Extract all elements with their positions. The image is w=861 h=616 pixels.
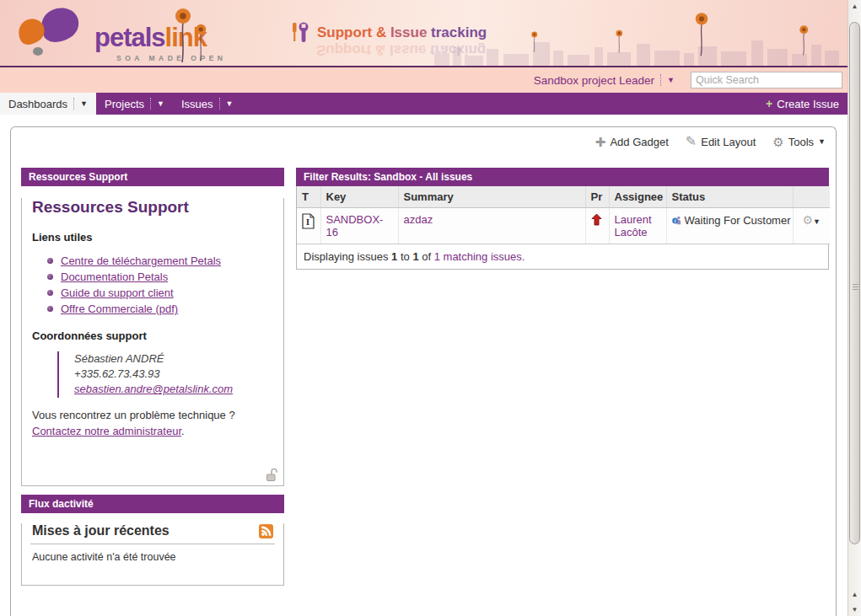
petals-logo-icon [12,4,93,60]
issue-assignee-cell: Laurent Lacôte [609,208,666,244]
issue-status-cell: i Waiting For Customer [666,208,793,244]
issues-table: T Key Summary Pr Assignee Status [297,186,830,244]
chevron-down-icon[interactable]: ▼ [226,100,234,108]
contact-email-link[interactable]: sebastien.andre@petalslink.com [74,383,233,395]
column-header-priority[interactable]: Pr [585,186,609,208]
filter-table-wrap: T Key Summary Pr Assignee Status [296,186,829,270]
bullet-icon [47,274,53,280]
issue-type-letter: I [306,217,309,227]
plus-icon: + [766,98,772,110]
priority-major-icon [591,213,602,226]
problem-text: Vous rencontrez un problème technique ? [32,409,273,421]
scrollbar-grip [853,282,858,290]
gadget-body: Mises à jour récentes Aucune activité n'… [21,523,284,586]
table-header-row: T Key Summary Pr Assignee Status [297,186,830,208]
chevron-down-icon: ▼ [813,217,821,226]
create-issue-button[interactable]: + Create Issue [757,93,848,115]
assignee-link[interactable]: Laurent Lacôte [615,213,652,238]
tools-label: Tools [788,136,814,148]
liens-utiles-heading: Liens utiles [32,231,273,244]
issue-type-cell: I [297,208,320,244]
divider [30,544,275,544]
banner-title-reflection: Support & Issue tracking [316,41,486,58]
column-header-summary[interactable]: Summary [398,186,585,208]
pencil-icon: ✎ [686,135,697,148]
list-item: Centre de téléchargement Petals [47,254,273,267]
dotted-separator [150,98,151,110]
gadget-body: Ressources Support Liens utiles Centre d… [21,198,284,486]
issue-summary-cell: azdaz [398,208,585,244]
quick-search-input[interactable] [691,72,842,88]
contact-admin-line: Contactez notre administrateur. [32,425,273,437]
user-menu-dropdown[interactable]: Sandbox project Leader ▼ [534,67,675,93]
dotted-separator [660,74,661,86]
plus-icon: ✚ [595,136,606,148]
tab-projects[interactable]: Projects ▼ [96,93,173,115]
chevron-down-icon[interactable]: ▼ [80,100,88,108]
city-skyline-decoration [434,32,839,66]
add-gadget-button[interactable]: ✚ Add Gadget [595,136,669,148]
gadget-header[interactable]: Flux dactivité [21,495,284,513]
column-header-actions [793,186,830,208]
gadget-header[interactable]: Ressources Support [21,168,284,186]
status-label: Waiting For Customer [685,214,791,227]
column-header-key[interactable]: Key [320,186,398,208]
list-item: Offre Commerciale (pdf) [47,303,273,315]
contact-blockquote: Sébastien ANDRÉ +335.62.73.43.93 sebasti… [57,351,273,398]
gear-icon: ⚙ [803,213,814,227]
matching-issues-link[interactable]: 1 matching issues. [434,250,525,263]
link-guide-support[interactable]: Guide du support client [61,287,174,299]
dotted-separator [219,98,220,110]
link-offre-commerciale[interactable]: Offre Commerciale (pdf) [61,303,178,315]
edit-layout-button[interactable]: ✎ Edit Layout [686,135,756,148]
gadget-ressources-support: Ressources Support Ressources Support Li… [21,168,284,486]
dotted-separator [73,98,74,110]
rss-icon[interactable] [259,524,273,538]
table-row: I SANDBOX-16 azdaz Laurent Lacôte [297,208,830,244]
row-actions-button[interactable]: ⚙▼ [793,208,830,244]
add-gadget-label: Add Gadget [610,136,668,148]
page: petalslink SOA MADE OPEN [0,0,848,616]
tab-issues[interactable]: Issues ▼ [173,93,242,115]
scroll-up-arrow[interactable]: ▲ [848,3,861,10]
user-menu-label: Sandbox project Leader [534,74,654,87]
flux-title-row: Mises à jour récentes [30,523,275,538]
user-strip: Sandbox project Leader ▼ [0,67,848,93]
contact-name: Sébastien ANDRÉ [74,351,273,367]
vertical-scrollbar[interactable]: ▲ ▲ ▼ [848,0,861,616]
flower-decoration [530,30,539,53]
bullet-icon [47,306,53,312]
tools-wrench-icon [290,22,309,44]
contact-admin-link[interactable]: Contactez notre administrateur [32,425,181,437]
tab-dashboards[interactable]: Dashboards ▼ [0,93,96,115]
gadget-header[interactable]: Filter Results: Sandbox - All issues [296,168,829,186]
issue-type-icon[interactable]: I [302,213,315,229]
link-documentation[interactable]: Documentation Petals [61,271,168,283]
column-header-type[interactable]: T [297,186,320,208]
chevron-down-icon[interactable]: ▼ [157,100,164,108]
list-item: Documentation Petals [47,271,273,283]
useful-links-list: Centre de téléchargement Petals Document… [47,254,273,315]
padlock-unlocked-icon[interactable] [266,468,277,481]
issue-key-cell: SANDBOX-16 [320,208,398,244]
scroll-down-arrow[interactable]: ▼ [848,606,861,613]
list-item: Guide du support client [47,287,273,299]
column-header-status[interactable]: Status [666,186,793,208]
contact-phone: +335.62.73.43.93 [74,367,273,382]
scrollbar-thumb[interactable] [849,22,860,544]
edit-layout-label: Edit Layout [701,136,756,148]
logo-petals-text: petals [94,23,165,52]
header-banner: petalslink SOA MADE OPEN [0,0,848,67]
column-header-assignee[interactable]: Assignee [609,186,666,208]
scroll-up-arrow-secondary[interactable]: ▲ [848,591,861,598]
flower-decoration [614,29,625,53]
bullet-icon [47,258,53,264]
tab-dashboards-label: Dashboards [8,98,67,110]
gear-icon: ⚙ [772,136,783,148]
banner-title: Support & Issue tracking [317,24,487,41]
issue-key-link[interactable]: SANDBOX-16 [326,213,384,238]
tools-menu-button[interactable]: ⚙ Tools ▼ [772,136,826,148]
link-telechargement[interactable]: Centre de téléchargement Petals [61,254,221,267]
issue-summary-link[interactable]: azdaz [404,213,433,226]
flux-empty-text: Aucune activité n'a été trouvée [30,551,275,563]
